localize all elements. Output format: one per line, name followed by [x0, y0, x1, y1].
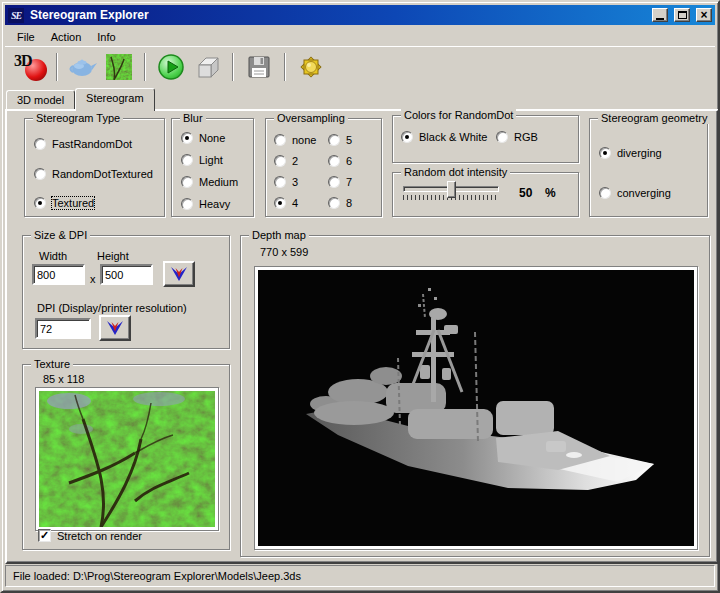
radio-icon	[34, 138, 46, 150]
radio-icon	[328, 197, 340, 209]
group-size-dpi: Size & DPI Width Height x DPI (Display/p…	[22, 235, 230, 349]
radio-blur-medium[interactable]: Medium	[181, 176, 238, 188]
stereogram-tab-page: Stereogram Type FastRandomDot RandomDotT…	[5, 109, 719, 564]
toolbar-separator	[56, 53, 58, 81]
group-colors-for-randomdot: Colors for RandomDot Black & White RGB	[392, 115, 579, 163]
radio-icon	[34, 168, 46, 180]
radio-blur-none[interactable]: None	[181, 132, 225, 144]
load-model-button[interactable]	[65, 50, 101, 84]
tab-3d-model[interactable]: 3D model	[6, 90, 75, 109]
maximize-button[interactable]	[674, 8, 690, 22]
radio-oversampling-8[interactable]: 8	[328, 197, 352, 209]
radio-textured[interactable]: Textured	[34, 197, 94, 209]
radio-oversampling-5[interactable]: 5	[328, 134, 352, 146]
toolbar-separator	[232, 53, 234, 81]
radio-oversampling-3[interactable]: 3	[274, 176, 298, 188]
3d-logo-icon: 3D	[13, 52, 49, 82]
radio-oversampling-4[interactable]: 4	[274, 197, 298, 209]
close-button[interactable]: ×	[696, 8, 712, 22]
dpi-label: DPI (Display/printer resolution)	[37, 302, 187, 314]
view-model-button[interactable]	[189, 50, 225, 84]
radio-icon	[496, 131, 508, 143]
teapot-icon	[68, 55, 98, 79]
depth-map-dimensions: 770 x 599	[260, 246, 308, 258]
settings-button[interactable]	[293, 50, 329, 84]
slider-thumb[interactable]	[447, 181, 456, 198]
group-title: Stereogram geometry	[598, 112, 710, 124]
apply-size-button[interactable]	[163, 261, 195, 287]
radio-black-white[interactable]: Black & White	[401, 131, 487, 143]
texture-thumbnail-icon	[106, 54, 132, 80]
intensity-value: 50	[519, 186, 532, 200]
radio-randomdottextured[interactable]: RandomDotTextured	[34, 168, 153, 180]
menu-action[interactable]: Action	[43, 29, 90, 45]
group-stereogram-geometry: Stereogram geometry diverging converging	[589, 118, 708, 217]
radio-blur-light[interactable]: Light	[181, 154, 223, 166]
radio-icon	[181, 176, 193, 188]
apply-dpi-button[interactable]	[99, 315, 131, 341]
radio-icon	[274, 155, 286, 167]
height-field[interactable]	[100, 264, 153, 285]
texture-dimensions: 85 x 118	[43, 373, 84, 385]
stretch-on-render-checkbox[interactable]: Stretch on render	[38, 529, 142, 542]
minimize-icon	[656, 18, 664, 20]
apply-arrow-icon	[105, 320, 125, 336]
group-random-dot-intensity: Random dot intensity 50 %	[392, 172, 579, 217]
intensity-slider[interactable]	[403, 186, 499, 200]
group-oversampling: Oversampling none 2 3 4 5	[265, 118, 382, 217]
toolbar-separator	[144, 53, 146, 81]
window-title: Stereogram Explorer	[28, 8, 646, 22]
radio-fastrandomdot[interactable]: FastRandomDot	[34, 138, 132, 150]
group-title: Size & DPI	[31, 229, 90, 241]
render-button[interactable]	[153, 50, 189, 84]
texture-image	[39, 391, 215, 527]
height-label: Height	[97, 250, 129, 262]
menu-file[interactable]: File	[9, 29, 43, 45]
group-title: Random dot intensity	[401, 166, 510, 178]
radio-rgb[interactable]: RGB	[496, 131, 538, 143]
cube-icon	[193, 53, 221, 81]
menu-bar: File Action Info	[5, 27, 715, 46]
group-title: Texture	[31, 358, 73, 370]
texture-preview	[35, 387, 219, 531]
save-button[interactable]	[241, 50, 277, 84]
tab-stereogram[interactable]: Stereogram	[75, 88, 154, 111]
radio-blur-heavy[interactable]: Heavy	[181, 198, 230, 210]
dpi-field[interactable]	[35, 318, 91, 339]
group-depth-map: Depth map 770 x 599	[240, 235, 710, 557]
radio-oversampling-none[interactable]: none	[274, 134, 316, 146]
toolbar-separator	[284, 53, 286, 81]
radio-diverging[interactable]: diverging	[599, 147, 662, 159]
menu-info[interactable]: Info	[89, 29, 123, 45]
radio-icon	[328, 176, 340, 188]
toolbar: 3D	[5, 46, 715, 86]
load-texture-button[interactable]	[101, 50, 137, 84]
radio-icon	[181, 198, 193, 210]
radio-converging[interactable]: converging	[599, 187, 671, 199]
save-icon	[247, 55, 271, 79]
group-texture: Texture 85 x 118	[22, 364, 230, 550]
logo-3d-button[interactable]: 3D	[13, 50, 49, 84]
minimize-button[interactable]	[652, 8, 668, 22]
radio-oversampling-6[interactable]: 6	[328, 155, 352, 167]
status-bar: File loaded: D:\Prog\Stereogram Explorer…	[5, 565, 715, 587]
group-title: Colors for RandomDot	[401, 109, 516, 121]
radio-icon	[328, 134, 340, 146]
radio-icon	[599, 187, 611, 199]
depth-map-image	[258, 270, 694, 546]
radio-icon	[401, 131, 413, 143]
radio-icon	[274, 176, 286, 188]
radio-oversampling-2[interactable]: 2	[274, 155, 298, 167]
group-stereogram-type: Stereogram Type FastRandomDot RandomDotT…	[24, 118, 165, 217]
radio-oversampling-7[interactable]: 7	[328, 176, 352, 188]
app-icon-text: SE	[11, 10, 21, 21]
group-title: Blur	[180, 112, 206, 124]
apply-arrow-icon	[169, 266, 189, 282]
group-title: Stereogram Type	[33, 112, 123, 124]
title-bar[interactable]: SE Stereogram Explorer ×	[5, 5, 715, 25]
radio-icon	[181, 154, 193, 166]
width-label: Width	[39, 250, 67, 262]
width-field[interactable]	[32, 264, 85, 285]
checkbox-icon	[38, 529, 51, 542]
radio-icon	[599, 147, 611, 159]
